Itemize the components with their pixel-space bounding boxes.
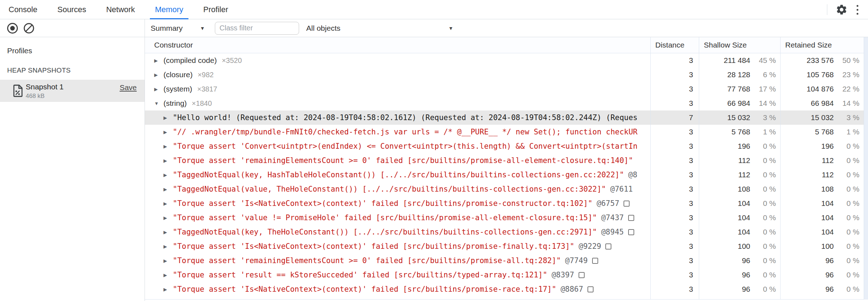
disclosure-triangle-icon[interactable]: ▶ <box>163 215 168 221</box>
table-row[interactable]: ▶"Torque assert 'Is<NativeContext>(conte… <box>145 196 868 211</box>
constructor-cell: ▶"// .wrangler/tmp/bundle-FmNIt0/checked… <box>145 125 650 139</box>
table-row[interactable]: ▶"Torque assert 'remainingElementsCount … <box>145 153 868 168</box>
object-id: @7611 <box>610 185 633 193</box>
disclosure-triangle-icon[interactable]: ▶ <box>163 144 168 149</box>
column-header-distance[interactable]: Distance <box>650 41 699 49</box>
tab-network[interactable]: Network <box>101 0 140 19</box>
table-row[interactable]: ▶(compiled code)×35203211 48445 %233 576… <box>145 53 868 68</box>
objects-scope-select[interactable]: All objects ▼ <box>306 19 453 37</box>
size-percent: 6 % <box>750 70 776 79</box>
table-row[interactable]: ▶"Torque assert 'remainingElementsCount … <box>145 253 868 268</box>
tab-console[interactable]: Console <box>4 0 42 19</box>
constructor-cell: ▶"Torque assert 'Is<NativeContext>(conte… <box>145 239 650 253</box>
table-row[interactable]: ▼(string)×1840366 98414 %66 98414 % <box>145 96 868 110</box>
disclosure-triangle-icon[interactable]: ▶ <box>163 272 168 278</box>
disclosure-triangle-icon[interactable]: ▶ <box>163 287 168 292</box>
snapshot-list-item[interactable]: Snapshot 1 468 kB Save <box>0 80 145 102</box>
string-value: "Torque assert 'Convert<uintptr>(endInde… <box>173 142 637 150</box>
record-heap-snapshot-button[interactable] <box>6 22 19 34</box>
disclosure-triangle-icon[interactable]: ▶ <box>163 258 168 263</box>
size-percent: 0 % <box>750 199 776 208</box>
distance-cell: 3 <box>650 53 699 68</box>
object-marker-icon <box>579 272 585 278</box>
gear-icon <box>836 4 848 16</box>
size-value: 96 <box>780 285 834 293</box>
retained-size-cell: 1040 % <box>780 196 864 211</box>
snapshot-save-link[interactable]: Save <box>120 83 137 92</box>
disclosure-triangle-icon[interactable]: ▶ <box>163 115 168 120</box>
table-row[interactable]: ▶"Torque assert 'Convert<uintptr>(endInd… <box>145 139 868 153</box>
size-percent: 3 % <box>834 113 859 122</box>
perspective-select[interactable]: Summary ▼ <box>151 19 205 37</box>
size-percent: 0 % <box>750 156 776 165</box>
class-filter-input[interactable] <box>215 22 299 35</box>
disclosure-triangle-icon[interactable]: ▼ <box>154 101 159 106</box>
distance-cell: 3 <box>650 139 699 153</box>
object-id: @9229 <box>579 242 601 251</box>
distance-cell: 3 <box>650 196 699 211</box>
string-value: "Torque assert 'Is<NativeContext>(contex… <box>173 199 592 208</box>
column-header-constructor[interactable]: Constructor <box>145 41 650 49</box>
constructor-cell: ▶(closure)×982 <box>145 68 650 82</box>
size-percent: 45 % <box>750 56 776 65</box>
size-value: 104 <box>780 199 834 208</box>
disclosure-triangle-icon[interactable]: ▶ <box>154 87 159 92</box>
chevron-down-icon: ▼ <box>448 25 453 31</box>
retained-size-cell: 105 76823 % <box>780 68 864 82</box>
profiles-panel-title: Profiles <box>0 37 145 55</box>
constructor-name: (compiled code) <box>163 56 217 65</box>
table-row[interactable]: ▶"Torque assert 'result == kStoreSuccede… <box>145 268 868 282</box>
disclosure-triangle-icon[interactable]: ▶ <box>163 201 168 206</box>
shallow-size-cell: 66 98414 % <box>699 96 780 110</box>
column-header-shallow-size[interactable]: Shallow Size <box>699 41 780 49</box>
retained-size-cell: 66 98414 % <box>780 96 864 110</box>
disclosure-triangle-icon[interactable]: ▶ <box>154 58 159 63</box>
profiles-sidebar: Profiles HEAP SNAPSHOTS Snapshot 1 468 k… <box>0 19 145 301</box>
constructor-name: (system) <box>163 85 192 93</box>
disclosure-triangle-icon[interactable]: ▶ <box>163 158 168 163</box>
more-options-button[interactable] <box>849 2 865 18</box>
size-percent: 14 % <box>750 99 776 108</box>
clear-profiles-button[interactable] <box>23 22 35 34</box>
tab-profiler[interactable]: Profiler <box>198 0 233 19</box>
disclosure-triangle-icon[interactable]: ▶ <box>163 230 168 235</box>
table-row[interactable]: ▶"Torque assert 'Is<NativeContext>(conte… <box>145 239 868 253</box>
size-value: 15 032 <box>780 113 834 122</box>
disclosure-triangle-icon[interactable]: ▶ <box>163 172 168 178</box>
size-percent: 22 % <box>834 85 859 93</box>
record-icon <box>6 22 19 34</box>
disclosure-triangle-icon[interactable]: ▶ <box>163 187 168 192</box>
table-row[interactable]: ▶"Torque assert 'Is<NativeContext>(conte… <box>145 282 868 296</box>
size-percent: 0 % <box>834 256 859 265</box>
instance-count: ×982 <box>198 71 214 79</box>
retained-size-cell: 960 % <box>780 282 864 296</box>
disclosure-triangle-icon[interactable]: ▶ <box>163 244 168 249</box>
heap-snapshot-icon <box>13 84 23 98</box>
size-value: 112 <box>780 171 834 179</box>
disclosure-triangle-icon[interactable]: ▶ <box>163 129 168 135</box>
column-header-retained-size[interactable]: Retained Size <box>780 41 864 49</box>
string-value: "TaggedNotEqual(key, HashTableHoleConsta… <box>173 171 624 179</box>
tab-sources[interactable]: Sources <box>52 0 91 19</box>
size-percent: 0 % <box>750 142 776 150</box>
table-row[interactable]: ▶"// .wrangler/tmp/bundle-FmNIt0/checked… <box>145 125 868 139</box>
profiles-toolbar <box>0 19 145 37</box>
retained-size-cell: 233 57650 % <box>780 53 864 68</box>
disclosure-triangle-icon[interactable]: ▶ <box>154 72 159 78</box>
settings-button[interactable] <box>834 2 849 18</box>
table-row[interactable]: ▶"TaggedNotEqual(key, TheHoleConstant())… <box>145 225 868 239</box>
table-row[interactable]: ▶"TaggedNotEqual(key, HashTableHoleConst… <box>145 168 868 182</box>
distance-cell: 3 <box>650 182 699 196</box>
table-row[interactable]: ▶"Hello world! (Requested at: 2024-08-19… <box>145 110 868 125</box>
table-row[interactable]: ▶"TaggedNotEqual(value, TheHoleConstant(… <box>145 182 868 196</box>
size-percent: 0 % <box>834 271 859 279</box>
distance-cell: 3 <box>650 253 699 268</box>
table-row[interactable]: ▶(closure)×982328 1286 %105 76823 % <box>145 68 868 82</box>
size-percent: 0 % <box>834 199 859 208</box>
distance-cell: 3 <box>650 211 699 225</box>
table-row[interactable]: ▶(system)×3817377 76817 %104 87622 % <box>145 82 868 96</box>
table-row[interactable]: ▶"Torque assert 'value != PromiseHole' f… <box>145 211 868 225</box>
scrollbar-track[interactable] <box>864 37 868 300</box>
tab-memory[interactable]: Memory <box>150 0 188 19</box>
size-value: 104 <box>780 228 834 236</box>
